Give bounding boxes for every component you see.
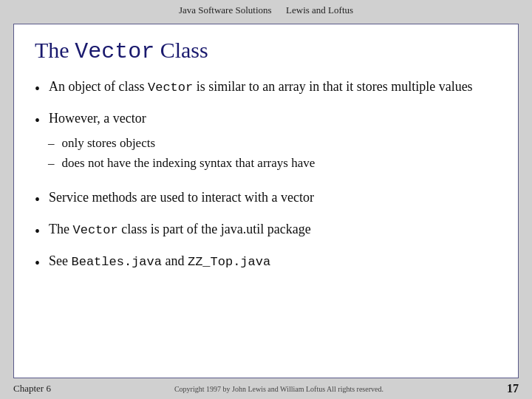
bullet-text: The Vector class is part of the java.uti… [49,220,497,239]
b5-mono1: Beatles.java [72,255,162,269]
bullet-text: An object of class Vector is similar to … [49,78,497,97]
top-bar: Java Software Solutions Lewis and Loftus [0,0,532,19]
bullet-item: • Service methods are used to interact w… [35,188,497,210]
b5-middle: and [162,253,188,268]
top-bar-right: Lewis and Loftus [286,4,353,16]
bullet-text: Service methods are used to interact wit… [49,188,497,207]
bullet-text: See Beatles.java and ZZ_Top.java [49,252,497,271]
sub-dash: – [48,135,55,152]
footer-page-number: 17 [507,382,519,395]
b5-mono2: ZZ_Top.java [188,255,270,269]
slide-wrapper: The Vector Class • An object of class Ve… [0,19,532,378]
bullet-item: • An object of class Vector is similar t… [35,78,497,99]
footer-copyright: Copyright 1997 by John Lewis and William… [58,385,499,393]
b1-mono: Vector [148,81,193,95]
b1-prefix: An object of class [49,79,148,94]
bullet-dot: • [35,110,40,131]
bullet-item: • The Vector class is part of the java.u… [35,220,497,242]
title-prefix: The [35,38,75,62]
bullet-dot: • [35,253,40,273]
bullet-text: However, a vector [49,109,146,128]
bullet-item: • See Beatles.java and ZZ_Top.java [35,252,497,273]
b5-prefix: See [49,253,72,268]
bullet-dot: • [35,189,40,210]
sub-item: – only stores objects [48,135,315,152]
sub-dash: – [48,155,55,172]
title-suffix: Class [154,38,208,62]
bullet-dot: • [35,78,40,99]
sub-text: only stores objects [62,135,156,152]
footer-chapter: Chapter 6 [13,383,51,395]
top-bar-left: Java Software Solutions [179,4,272,16]
bullet-item: • However, a vector – only stores object… [35,109,497,178]
b4-prefix: The [49,222,72,236]
slide: The Vector Class • An object of class Ve… [13,24,519,378]
bullet-dot: • [35,221,40,242]
title-mono: Vector [75,39,154,64]
bullet-list: • An object of class Vector is similar t… [35,78,497,367]
b1-suffix: is similar to an array in that it stores… [193,79,472,94]
sub-text: does not have the indexing syntax that a… [62,155,316,172]
b4-suffix: class is part of the java.util package [118,222,311,236]
sub-list: – only stores objects – does not have th… [48,135,315,175]
bottom-bar: Chapter 6 Copyright 1997 by John Lewis a… [0,378,532,399]
sub-item: – does not have the indexing syntax that… [48,155,315,172]
b4-mono: Vector [73,223,118,237]
slide-title: The Vector Class [35,38,497,64]
